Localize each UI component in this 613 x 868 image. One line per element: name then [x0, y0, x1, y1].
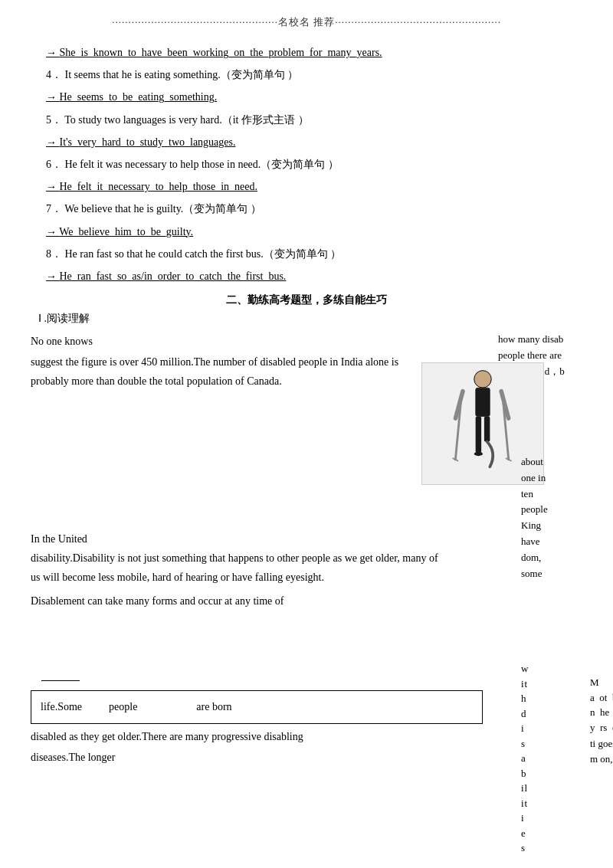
- section2-title: 二、勤练高考题型，多练自能生巧: [31, 293, 582, 307]
- reading-area: how many disab people there are exactly …: [31, 332, 582, 791]
- sentence-4-answer: → He_seems_to_be_eating_something.: [31, 87, 582, 106]
- disabled-line-text: disabled as they get older.There are man…: [31, 727, 444, 746]
- bottom-section: life.Some people are born Ma ot becn he …: [31, 690, 582, 723]
- num-6: 6．: [46, 159, 62, 170]
- sentence-0: → She_is_known_to_have_been_working_on_t…: [31, 43, 582, 62]
- blank-area: [31, 672, 582, 684]
- header-text: ········································…: [112, 16, 501, 28]
- svg-rect-3: [484, 417, 490, 442]
- sentence-7-main: 7． We believe that he is guilty.（变为简单句 ）: [31, 199, 582, 218]
- sentence-6-answer: → He_felt_it_necessary_to_help_those_in_…: [31, 177, 582, 196]
- bottom-line1: life.Some people are born: [41, 697, 473, 716]
- in-the-united-block: In the United disability.Disability is n…: [31, 529, 582, 588]
- svg-point-0: [474, 371, 492, 388]
- arrow-7: →: [46, 226, 59, 237]
- ans-8: He_ran_fast_so_as/in_order_to_catch_the_…: [60, 270, 287, 282]
- arrow-0: →: [46, 47, 60, 58]
- figure-text-content: suggest the figure is over 450 million.T…: [31, 356, 398, 387]
- svg-rect-1: [476, 388, 490, 417]
- right-col-2: aboutone intenpeopleKinghavedom,some: [521, 454, 582, 581]
- arrow-4: →: [46, 91, 60, 103]
- ans-7: We_believe_him_to_be_guilty.: [59, 226, 193, 237]
- num-4: 4．: [46, 69, 62, 80]
- num-7: 7．: [46, 203, 62, 215]
- rc4-text: Ma ot becn he omy rs e: [590, 675, 613, 735]
- diseases-block: diseases.The longer: [31, 748, 582, 767]
- ans-5: It's_very_hard_to_study_two_languages.: [60, 136, 236, 148]
- num-5: 5．: [46, 114, 62, 126]
- rc1-line1: how many disab: [498, 332, 582, 348]
- sentence-5-main: 5． To study two languages is very hard.（…: [31, 110, 582, 129]
- bottom-box: life.Some people are born: [31, 690, 483, 723]
- reading-section-title: Ⅰ .阅读理解: [31, 312, 582, 326]
- sentence-8-main: 8． He ran fast so that he could catch th…: [31, 244, 582, 264]
- in-the-united-text: In the United: [31, 529, 444, 549]
- rc2-text: aboutone intenpeopleKinghavedom,some: [521, 454, 582, 581]
- content-7: We believe that he is guilty.（变为简单句 ）: [64, 203, 261, 215]
- svg-rect-2: [476, 417, 482, 453]
- sentence-7-answer: → We_believe_him_to_be_guilty.: [31, 222, 582, 241]
- ans-6: He_felt_it_necessary_to_help_those_in_ne…: [60, 181, 258, 192]
- content-6: He felt it was necessary to help those i…: [65, 159, 339, 170]
- content-5: To study two languages is very hard.（it …: [64, 114, 308, 126]
- disability-text: disability.Disability is not just someth…: [31, 549, 444, 587]
- disablement-block: Disablement can take many forms and occu…: [31, 591, 582, 611]
- arrow-8: →: [46, 270, 60, 282]
- sentence-6-main: 6． He felt it was necessary to help thos…: [31, 155, 582, 174]
- content-4: It seems that he is eating something.（变为…: [65, 69, 299, 80]
- right-col-5: ti goes beco peopm on, me.So le: [590, 736, 613, 766]
- no-one-knows-text: No one knows: [31, 336, 93, 347]
- sentence-8-answer: → He_ran_fast_so_as/in_order_to_catch_th…: [31, 267, 582, 286]
- page: ········································…: [0, 0, 613, 868]
- rc1-line2: people there are: [498, 348, 582, 364]
- num-8: 8．: [46, 248, 62, 260]
- arrow-5: →: [46, 136, 60, 148]
- person-crutches-svg: [437, 366, 529, 481]
- header-line: ········································…: [31, 15, 582, 29]
- disabled-line-block: disabled as they get older.There are man…: [31, 727, 582, 746]
- answer-0: She_is_known_to_have_been_working_on_the…: [60, 47, 382, 58]
- blank-line: [41, 680, 80, 681]
- figure-text: suggest the figure is over 450 million.T…: [31, 352, 437, 391]
- rc5-text: ti goes beco peopm on, me.So le: [590, 736, 613, 766]
- right-col-4: Ma ot becn he omy rs e: [590, 675, 613, 735]
- diseases-line-text: diseases.The longer: [31, 748, 444, 767]
- svg-point-10: [474, 452, 483, 457]
- arrow-6: →: [46, 181, 60, 192]
- sentence-4-main: 4． It seems that he is eating something.…: [31, 65, 582, 84]
- ans-4: He_seems_to_be_eating_something.: [60, 91, 218, 103]
- content-8: He ran fast so that he could catch the f…: [65, 248, 342, 260]
- sentence-5-answer: → It's_very_hard_to_study_two_languages.: [31, 133, 582, 152]
- disablement-text: Disablement can take many forms and occu…: [31, 591, 444, 611]
